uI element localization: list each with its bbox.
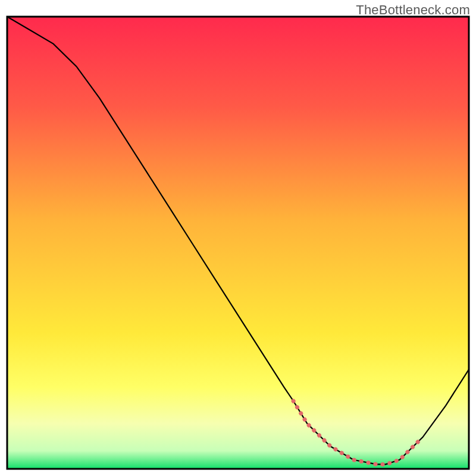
watermark-text: TheBottleneck.com bbox=[356, 2, 470, 18]
chart-svg bbox=[0, 0, 476, 476]
chart-container: TheBottleneck.com bbox=[0, 0, 476, 476]
plot-background bbox=[7, 17, 469, 469]
